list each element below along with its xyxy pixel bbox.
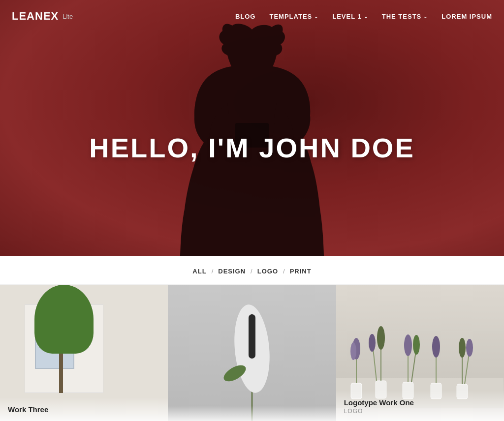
portfolio-overlay-3: Logotype Work One logo: [336, 391, 504, 421]
flower-svg: [203, 285, 301, 421]
brand-badge: Lite: [63, 13, 73, 20]
filter-link-logo[interactable]: LOGO: [257, 268, 278, 275]
hero-section: HELLO, I'M JOHN DOE: [0, 0, 504, 256]
portfolio-item-1[interactable]: Work Three: [0, 285, 168, 421]
filter-link-design[interactable]: DESIGN: [218, 268, 246, 275]
nav-link-templates[interactable]: TEMPLATES ⌄: [269, 13, 318, 20]
svg-point-22: [432, 336, 440, 358]
svg-point-25: [459, 338, 466, 358]
portfolio-item-3[interactable]: Logotype Work One logo: [336, 285, 504, 421]
filter-item-all[interactable]: ALL: [192, 268, 206, 275]
hero-text-container: HELLO, I'M JOHN DOE: [89, 132, 414, 164]
nav-item-level1[interactable]: LEVEL 1 ⌄: [332, 13, 368, 20]
portfolio-item-2[interactable]: [168, 285, 336, 421]
filter-item-design[interactable]: DESIGN: [218, 268, 246, 275]
portfolio-title-1: Work Three: [8, 405, 160, 414]
chevron-down-icon: ⌄: [314, 14, 318, 19]
filter-item-print[interactable]: PRINT: [290, 268, 312, 275]
svg-rect-3: [249, 314, 255, 359]
svg-line-18: [411, 351, 416, 382]
nav-item-tests[interactable]: THE TESTS ⌄: [382, 13, 428, 20]
svg-point-17: [404, 334, 412, 356]
nav-item-blog[interactable]: BLOG: [235, 13, 256, 20]
portfolio-overlay-1: Work Three: [0, 397, 168, 421]
svg-point-9: [350, 342, 356, 360]
lavender-svg: [336, 285, 504, 408]
filter-link-all[interactable]: ALL: [192, 268, 206, 275]
hero-heading: HELLO, I'M JOHN DOE: [89, 132, 414, 164]
portfolio-grid: Work Three: [0, 285, 504, 421]
portfolio-category-3: logo: [344, 408, 496, 415]
filter-separator-3: /: [278, 268, 290, 275]
portfolio-thumb-2: [168, 285, 336, 421]
nav-link-level1[interactable]: LEVEL 1 ⌄: [332, 13, 368, 20]
svg-point-27: [466, 339, 473, 357]
filter-links: ALL / DESIGN / LOGO / PRINT: [192, 268, 311, 275]
portfolio-title-3: Logotype Work One: [344, 398, 496, 407]
nav-item-templates[interactable]: TEMPLATES ⌄: [269, 13, 318, 20]
svg-point-12: [377, 326, 385, 350]
portfolio-overlay-2: [168, 406, 336, 421]
filter-bar: ALL / DESIGN / LOGO / PRINT: [0, 256, 504, 285]
filter-item-logo[interactable]: LOGO: [257, 268, 278, 275]
chevron-down-icon: ⌄: [423, 14, 428, 19]
nav-link-lorem[interactable]: LOREM IPSUM: [441, 13, 492, 20]
svg-line-13: [373, 349, 377, 381]
nav-links: BLOG TEMPLATES ⌄ LEVEL 1 ⌄ THE TESTS ⌄ L…: [235, 13, 492, 20]
nav-link-tests[interactable]: THE TESTS ⌄: [382, 13, 428, 20]
navbar: LEANEX Lite BLOG TEMPLATES ⌄ LEVEL 1 ⌄ T…: [0, 0, 504, 32]
brand: LEANEX Lite: [12, 10, 73, 23]
brand-logo: LEANEX: [12, 10, 59, 23]
svg-point-19: [413, 335, 420, 355]
filter-separator-2: /: [246, 268, 257, 275]
svg-point-14: [369, 334, 376, 352]
nav-link-blog[interactable]: BLOG: [235, 13, 256, 20]
filter-link-print[interactable]: PRINT: [290, 268, 312, 275]
chevron-down-icon: ⌄: [364, 14, 368, 19]
tree-foliage: [34, 285, 94, 354]
nav-item-lorem[interactable]: LOREM IPSUM: [441, 13, 492, 20]
filter-separator-1: /: [207, 268, 219, 275]
